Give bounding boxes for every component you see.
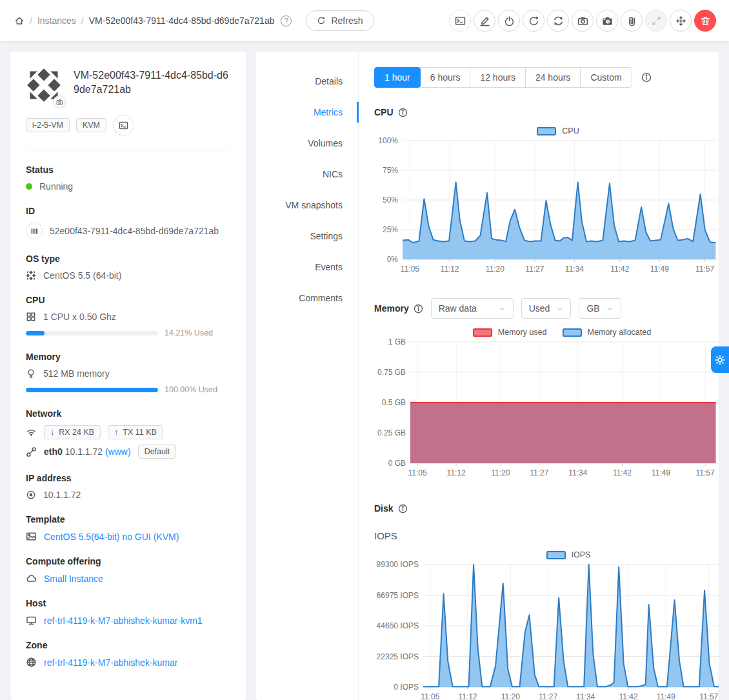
memory-usage-text: 100.00% Used [165,385,217,394]
cpu-legend[interactable]: CPU [374,126,714,135]
network-label: Network [26,408,230,419]
ip-value: 10.1.1.72 [43,490,81,500]
memory-unit-select[interactable]: GB [579,298,621,319]
nic-network-link[interactable]: (www) [105,446,131,457]
breadcrumb-instances[interactable]: Instances [37,15,76,26]
svg-text:11:34: 11:34 [568,468,587,477]
stop-instance-button[interactable] [498,10,520,32]
svg-text:11:42: 11:42 [613,468,632,477]
instance-internal-name-tag[interactable]: i-2-5-VM [26,118,70,132]
memory-usage-bar [26,388,158,392]
reload-icon [317,16,326,25]
cpu-usage-fill [26,331,45,335]
memory-section: Memory 512 MB memory 100.00% Used [26,352,230,394]
memory-legend[interactable]: Memory used Memory allocated [374,328,714,337]
arrow-down-icon: ↓ [50,428,54,437]
reinstall-instance-button[interactable] [547,10,569,32]
take-snapshot-button[interactable] [572,10,594,32]
memory-value: 512 MB memory [43,368,110,379]
svg-text:11:05: 11:05 [408,468,427,477]
home-icon[interactable] [14,15,25,26]
range-6-hours[interactable]: 6 hours [420,67,471,88]
memory-chart[interactable]: 1 GB0.75 GB0.5 GB0.25 GB0 GB11:0511:1211… [374,338,714,481]
memory-used-swatch [473,328,492,337]
nic-name: eth0 [44,446,63,457]
tab-settings[interactable]: Settings [256,221,358,252]
tab-comments[interactable]: Comments [256,283,358,314]
chevron-down-icon [556,305,563,312]
memory-label: Memory [26,352,230,362]
cpu-icon [26,312,36,322]
memory-usage-fill [26,388,158,392]
tab-metrics[interactable]: Metrics [256,97,358,128]
cpu-chart[interactable]: 100%75%50%25%0%11:0511:1211:2011:2711:34… [374,137,714,277]
iops-chart[interactable]: 89300 IOPS66975 IOPS44650 IOPS22325 IOPS… [374,561,714,700]
info-icon [398,504,408,514]
zone-link[interactable]: ref-trl-4119-k-M7-abhishek-kumar [44,657,177,668]
iops-legend-swatch [546,551,566,559]
detail-nav: Details Metrics Volumes NICs VM snapshot… [256,52,359,700]
svg-text:75%: 75% [383,166,398,175]
iops-legend-label: IOPS [572,550,591,559]
breadcrumb-separator: / [30,15,32,26]
host-link[interactable]: ref-trl-4119-k-M7-abhishek-kumar-kvm1 [44,615,203,626]
offering-link[interactable]: Small Instance [44,574,103,584]
memory-mode-select[interactable]: Raw data [431,298,514,319]
settings-drawer-button[interactable] [711,346,729,373]
svg-text:11:42: 11:42 [610,265,629,274]
svg-text:11:12: 11:12 [458,692,477,700]
svg-text:11:27: 11:27 [530,468,548,477]
time-range-group: 1 hour 6 hours 12 hours 24 hours Custom [374,67,632,88]
instance-name: VM-52e00f43-7911-4dc4-85bd-d69de7a721ab [74,67,230,105]
scale-instance-button [645,10,667,32]
svg-text:11:05: 11:05 [421,692,439,700]
id-label: ID [26,206,230,216]
refresh-button[interactable]: Refresh [306,10,374,31]
migrate-instance-button[interactable] [670,10,692,32]
help-icon[interactable]: ? [281,15,292,26]
cpu-legend-label: CPU [562,126,579,135]
barcode-icon [26,223,43,239]
template-link[interactable]: CentOS 5.5(64-bit) no GUI (KVM) [44,532,179,542]
svg-text:11:12: 11:12 [447,468,466,477]
range-1-hour[interactable]: 1 hour [374,67,421,88]
network-section: Network ↓ RX 24 KB ↑ TX 11 KB eth0 10.1.… [26,408,230,459]
cpu-section: CPU 1 CPU x 0.50 Ghz 14.21% Used [26,295,230,337]
divider [26,150,230,150]
tab-nics[interactable]: NICs [256,159,358,190]
svg-text:11:12: 11:12 [440,265,459,274]
chevron-down-icon [606,305,614,312]
console-icon[interactable] [113,115,134,135]
tab-vm-snapshots[interactable]: VM snapshots [256,190,358,221]
iops-legend[interactable]: IOPS [374,550,714,559]
svg-text:11:27: 11:27 [539,692,557,700]
tab-volumes[interactable]: Volumes [256,128,358,159]
default-nic-tag: Default [138,445,177,459]
edit-button[interactable] [474,10,495,32]
range-24-hours[interactable]: 24 hours [525,67,581,88]
camera-badge-icon[interactable] [53,95,66,108]
take-vm-snapshot-button[interactable] [596,10,618,32]
instance-action-toolbar [449,10,716,32]
destroy-instance-button[interactable] [694,10,716,32]
hypervisor-tag[interactable]: KVM [76,118,106,132]
cpu-usage-text: 14.21% Used [165,328,213,337]
svg-text:100%: 100% [378,137,398,145]
svg-text:0.5 GB: 0.5 GB [382,398,406,407]
attach-iso-button[interactable] [621,10,643,32]
svg-text:50%: 50% [383,195,398,205]
tab-details[interactable]: Details [256,66,358,97]
reboot-instance-button[interactable] [523,10,544,32]
template-label: Template [26,514,230,525]
tab-events[interactable]: Events [256,252,358,283]
svg-text:0 GB: 0 GB [388,459,406,468]
instance-info-card: VM-52e00f43-7911-4dc4-85bd-d69de7a721ab … [10,52,246,700]
svg-text:0.75 GB: 0.75 GB [377,368,406,377]
range-custom[interactable]: Custom [580,67,632,88]
memory-metric-select[interactable]: Used [521,298,572,319]
view-console-button[interactable] [449,10,471,32]
cloud-icon [26,573,37,584]
svg-text:89300 IOPS: 89300 IOPS [377,561,419,569]
cpu-value: 1 CPU x 0.50 Ghz [43,312,116,322]
range-12-hours[interactable]: 12 hours [470,67,525,88]
